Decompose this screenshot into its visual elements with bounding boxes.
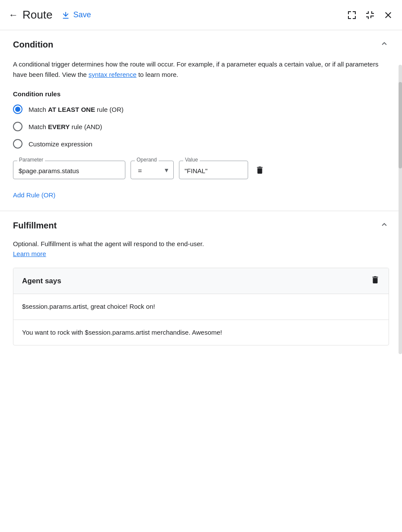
radio-at-least-one[interactable]: Match AT LEAST ONE rule (OR) [13, 104, 389, 114]
operand-field-group: Operand = != < > ▼ [131, 161, 174, 179]
radio-label-at-least-one: Match AT LEAST ONE rule (OR) [29, 106, 124, 113]
header: ← Route Save [0, 0, 402, 30]
agent-says-trash-icon [370, 275, 380, 285]
shrink-icon [365, 10, 375, 20]
radio-label-customize: Customize expression [29, 140, 93, 148]
save-icon [61, 10, 70, 20]
condition-section-header: Condition [13, 39, 389, 51]
operand-select[interactable]: = != < > [131, 161, 174, 179]
trash-icon [255, 165, 265, 175]
radio-customize[interactable]: Customize expression [13, 139, 389, 149]
value-field-group: Value [179, 161, 248, 179]
header-right [347, 10, 393, 20]
agent-response-2: You want to rock with $session.params.ar… [13, 320, 389, 345]
operand-label: Operand [135, 157, 159, 163]
agent-says-header: Agent says [13, 268, 389, 294]
agent-response-1: $session.params.artist, great choice! Ro… [13, 294, 389, 320]
radio-circle-at-least-one [13, 104, 22, 114]
page-title: Route [22, 8, 52, 22]
radio-circle-every-rule [13, 122, 22, 131]
rule-row: Parameter Operand = != < > ▼ Value [13, 161, 389, 179]
back-button[interactable]: ← [9, 10, 18, 21]
scrollbar[interactable] [399, 65, 402, 354]
scroll-thumb [399, 82, 402, 168]
delete-rule-button[interactable] [255, 165, 265, 175]
learn-more-link[interactable]: Learn more [13, 250, 389, 257]
condition-collapse-button[interactable] [380, 39, 389, 51]
radio-group: Match AT LEAST ONE rule (OR) Match EVERY… [13, 104, 389, 149]
condition-section: Condition A conditional trigger determin… [0, 30, 402, 211]
fulfillment-section-header: Fulfillment [13, 220, 389, 231]
save-label: Save [73, 10, 91, 19]
shrink-button[interactable] [365, 10, 375, 20]
chevron-up-icon-fulfillment [380, 220, 389, 229]
condition-description: A conditional trigger determines how the… [13, 59, 389, 80]
close-icon [383, 10, 393, 20]
syntax-reference-link[interactable]: syntax reference [89, 71, 137, 78]
fulfillment-section-title: Fulfillment [13, 221, 57, 231]
agent-says-delete-button[interactable] [370, 275, 380, 287]
radio-label-every-rule: Match EVERY rule (AND) [29, 123, 102, 130]
fulfillment-description: Optional. Fulfillment is what the agent … [13, 240, 389, 247]
parameter-input[interactable] [13, 161, 125, 179]
value-input[interactable] [179, 161, 248, 179]
condition-rules-label: Condition rules [13, 90, 389, 98]
close-button[interactable] [383, 10, 393, 20]
agent-says-title: Agent says [22, 277, 61, 285]
fulfillment-collapse-button[interactable] [380, 220, 389, 231]
add-rule-button[interactable]: Add Rule (OR) [13, 188, 55, 202]
expand-icon [347, 10, 357, 20]
fulfillment-section: Fulfillment Optional. Fulfillment is wha… [0, 211, 402, 354]
radio-every-rule[interactable]: Match EVERY rule (AND) [13, 122, 389, 131]
parameter-field-group: Parameter [13, 161, 125, 179]
expand-button[interactable] [347, 10, 357, 20]
save-button[interactable]: Save [57, 8, 95, 22]
agent-says-card: Agent says $session.params.artist, great… [13, 268, 389, 345]
condition-section-title: Condition [13, 40, 53, 50]
radio-circle-customize [13, 139, 22, 149]
content-wrapper: Condition A conditional trigger determin… [0, 30, 402, 354]
chevron-up-icon [380, 39, 389, 48]
parameter-label: Parameter [17, 157, 45, 163]
svg-rect-0 [63, 18, 69, 19]
back-arrow-icon: ← [9, 10, 18, 21]
value-label: Value [183, 157, 200, 163]
header-left: ← Route Save [9, 8, 347, 22]
